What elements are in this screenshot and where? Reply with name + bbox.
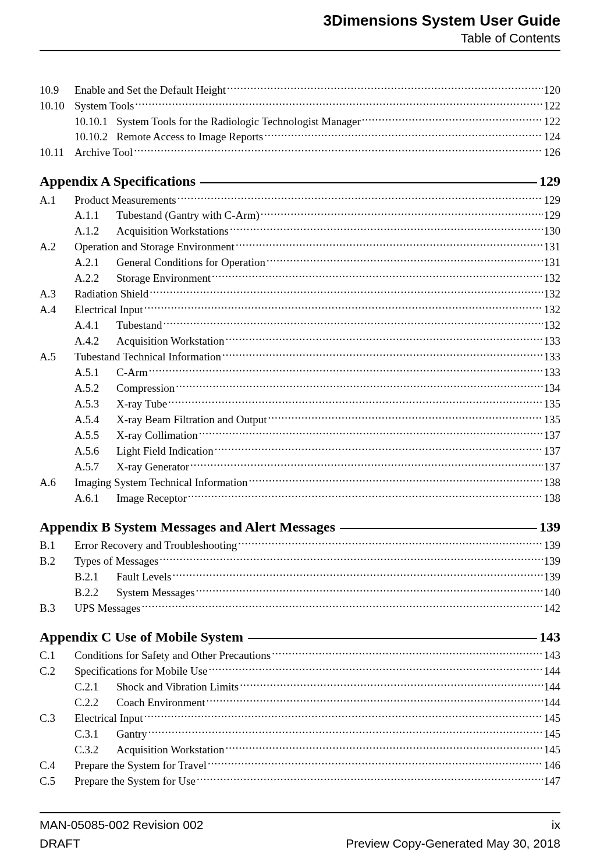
footer-doc-id: MAN-05085-002 Revision 002 <box>40 818 203 832</box>
toc-entry-number: B.2.2 <box>74 585 116 601</box>
toc-leader-dots <box>261 208 543 219</box>
toc-entry-number: A.5.3 <box>74 396 116 412</box>
toc-entry: A.2.2Storage Environment132 <box>40 271 560 286</box>
toc-entry-label: System Tools <box>74 98 135 114</box>
toc-entry-number: 10.10.2 <box>74 129 116 145</box>
toc-entry: A.5.3X-ray Tube135 <box>40 396 560 412</box>
toc-leader-dots <box>141 601 542 612</box>
toc-entry-page: 133 <box>543 334 561 349</box>
toc-leader-dots <box>268 412 543 423</box>
toc-entry-label: X-ray Tube <box>116 396 168 412</box>
toc-entry: B.2Types of Messages139 <box>40 554 560 569</box>
toc-entry-label: Conditions for Safety and Other Precauti… <box>74 648 272 664</box>
toc-entry: B.2.2System Messages140 <box>40 585 560 601</box>
toc-entry-page: 137 <box>543 459 561 475</box>
toc-section-title: Appendix B System Messages and Alert Mes… <box>40 517 338 537</box>
toc-entry-number: A.5 <box>40 349 74 365</box>
toc-entry-label: Prepare the System for Use <box>74 774 197 789</box>
toc-entry-page: 122 <box>543 98 561 114</box>
section-underline <box>340 519 537 529</box>
toc-entry-page: 137 <box>543 428 561 444</box>
toc-entry: A.4Electrical Input132 <box>40 302 560 318</box>
toc-leader-dots <box>168 396 542 408</box>
toc-entry-page: 130 <box>543 224 561 239</box>
toc-entry-page: 135 <box>543 396 561 412</box>
toc-entry-number: A.2.2 <box>74 271 116 286</box>
toc-entry: C.4Prepare the System for Travel146 <box>40 758 560 774</box>
toc-leader-dots <box>267 255 543 266</box>
toc-leader-dots <box>264 129 542 140</box>
toc-entry: B.1Error Recovery and Troubleshooting139 <box>40 538 560 554</box>
doc-subtitle: Table of Contents <box>40 31 560 46</box>
toc-leader-dots <box>207 695 543 706</box>
toc-entry-page: 135 <box>543 412 561 428</box>
toc-entry-page: 122 <box>543 114 561 130</box>
toc-entry: A.2.1General Conditions for Operation131 <box>40 255 560 271</box>
toc-leader-dots <box>212 271 543 282</box>
toc-entry: C.3.1Gantry145 <box>40 727 560 742</box>
toc-entry-number: B.2 <box>40 554 74 569</box>
toc-entry-page: 144 <box>543 679 561 695</box>
toc-entry-number: B.3 <box>40 601 74 617</box>
toc-entry: A.5.2Compression134 <box>40 381 560 396</box>
toc-leader-dots <box>188 491 543 502</box>
toc-entry-page: 139 <box>543 538 561 554</box>
toc-leader-dots <box>249 475 543 486</box>
toc-entry-label: X-ray Generator <box>116 459 190 475</box>
toc-section-page: 143 <box>539 627 560 647</box>
toc-entry-number: A.2 <box>40 239 74 255</box>
page-footer: MAN-05085-002 Revision 002 ix DRAFT Prev… <box>40 812 560 851</box>
toc-entry: A.5.1C-Arm133 <box>40 365 560 381</box>
toc-entry: A.5.5X-ray Collimation137 <box>40 428 560 444</box>
toc-entry-page: 144 <box>543 695 561 711</box>
toc-leader-dots <box>159 554 542 565</box>
toc-entry-number: C.1 <box>40 648 74 664</box>
toc-entry-page: 144 <box>543 664 561 679</box>
toc-entry-page: 147 <box>543 774 561 789</box>
toc-leader-dots <box>240 679 542 690</box>
toc-entry-number: C.2 <box>40 664 74 679</box>
toc-entry-number: A.3 <box>40 286 74 302</box>
toc-entry-page: 129 <box>543 208 561 224</box>
toc-entry: A.2Operation and Storage Environment131 <box>40 239 560 255</box>
toc-entry-page: 131 <box>543 255 561 271</box>
toc-leader-dots <box>225 334 542 345</box>
toc-entry-label: Image Receptor <box>116 491 188 506</box>
toc-entry-page: 145 <box>543 742 561 758</box>
toc-section-heading: Appendix A Specifications129 <box>40 171 560 191</box>
toc-entry-label: Enable and Set the Default Height <box>74 83 227 98</box>
toc-entry-label: Imaging System Technical Information <box>74 475 249 491</box>
toc-entry: C.2.1Shock and Vibration Limits144 <box>40 679 560 695</box>
doc-title: 3Dimensions System User Guide <box>40 12 560 30</box>
toc-entry-number: B.1 <box>40 538 74 554</box>
toc-entry-label: Types of Messages <box>74 554 159 569</box>
toc-entry-number: A.1.2 <box>74 224 116 239</box>
section-underline <box>200 174 537 183</box>
toc-entry-label: Electrical Input <box>74 711 144 727</box>
toc-entry-number: A.1.1 <box>74 208 116 224</box>
toc-entry: C.3Electrical Input145 <box>40 711 560 727</box>
toc-entry-number: A.4 <box>40 302 74 318</box>
page: 3Dimensions System User Guide Table of C… <box>0 0 593 868</box>
toc-leader-dots <box>238 538 542 549</box>
toc-entry-number: A.2.1 <box>74 255 116 271</box>
toc-entry-page: 142 <box>543 601 561 617</box>
toc-entry-label: Acquisition Workstation <box>116 742 225 758</box>
toc-entry-number: 10.10.1 <box>74 114 116 130</box>
toc-entry: A.3Radiation Shield132 <box>40 286 560 302</box>
toc-entry: C.2.2Coach Environment144 <box>40 695 560 711</box>
toc-entry-number: C.2.2 <box>74 695 116 711</box>
toc-entry-page: 132 <box>543 271 561 286</box>
toc-section-page: 139 <box>539 517 560 537</box>
toc-entry-number: C.4 <box>40 758 74 774</box>
toc-entry: A.1.2Acquisition Workstations130 <box>40 224 560 239</box>
toc-entry-label: System Tools for the Radiologic Technolo… <box>116 114 362 130</box>
toc-entry-label: System Messages <box>116 585 196 601</box>
footer-page-number: ix <box>552 818 560 832</box>
toc-entry-label: Shock and Vibration Limits <box>116 679 240 695</box>
toc-entry: A.5.7X-ray Generator137 <box>40 459 560 475</box>
toc-entry-page: 134 <box>543 381 561 396</box>
toc-entry-label: Coach Environment <box>116 695 207 711</box>
toc-entry-label: Compression <box>116 381 176 396</box>
toc-entry-label: Radiation Shield <box>74 286 150 302</box>
